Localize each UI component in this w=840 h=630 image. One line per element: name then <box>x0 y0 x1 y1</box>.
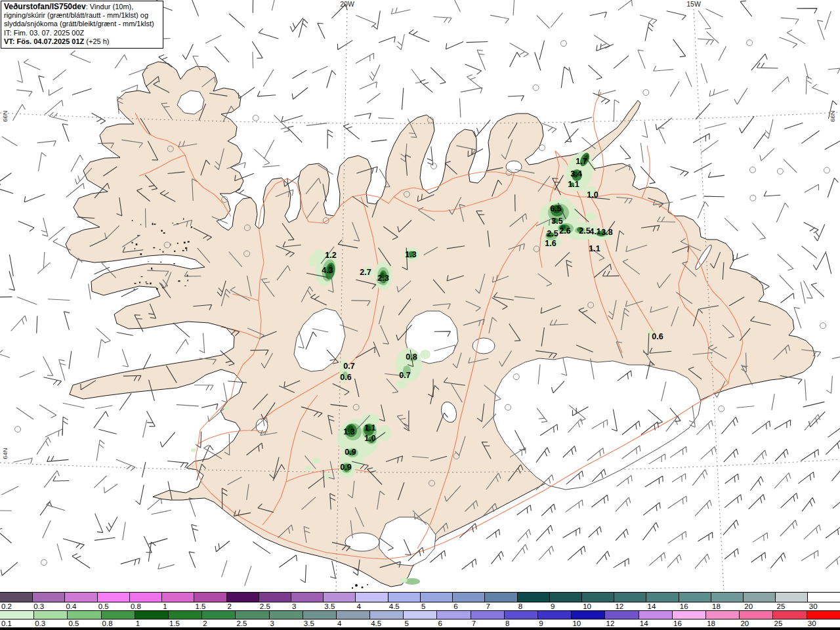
colorbar-segment <box>336 611 369 619</box>
meridian-label: 20W <box>340 0 354 8</box>
colorbar-segment <box>369 611 403 619</box>
colorbar-segment <box>504 611 537 619</box>
small-island <box>188 241 190 242</box>
colorbar-segment <box>168 611 201 619</box>
precip-amount-label: 0.9 <box>340 463 351 472</box>
small-island <box>153 247 155 249</box>
small-island <box>160 262 161 263</box>
small-island <box>154 224 156 225</box>
colorbar-tick-label: 30 <box>808 620 816 627</box>
colorbar-rain-labels: 0.10.30.50.811.522.533.544.5567891012141… <box>0 620 840 627</box>
small-island <box>184 285 186 286</box>
colorbar-segment <box>517 593 549 602</box>
colorbar-segment <box>101 611 135 619</box>
small-island <box>163 232 165 234</box>
precip-amount-label: 3.8 <box>601 228 612 237</box>
colorbar-segment <box>235 611 268 619</box>
precip-amount-label: 2.5 <box>547 229 558 238</box>
colorbar-tick-label: 25 <box>777 602 786 610</box>
precip-amount-label: 1.2 <box>325 251 336 260</box>
vestmannaeyjar-island <box>352 587 353 589</box>
small-island <box>178 280 180 282</box>
small-island <box>145 282 147 282</box>
colorbar-tick-label: 0.5 <box>68 620 79 627</box>
wind-barb <box>146 209 146 228</box>
colorbar-sleet-snow <box>0 592 840 602</box>
colorbar-tick-label: 2.5 <box>260 602 270 610</box>
precip-patch <box>308 256 316 266</box>
colorbar-segment <box>711 593 743 602</box>
colorbar-segment <box>0 593 32 602</box>
colorbar-segment <box>807 593 839 602</box>
colorbar-tick-label: 2.5 <box>236 620 247 627</box>
colorbar-segment <box>269 611 303 619</box>
colorbar-segment <box>604 611 638 619</box>
colorbar-tick-label: 6 <box>453 602 457 610</box>
colorbar-tick-label: 4.5 <box>389 602 400 610</box>
colorbar-segment <box>33 611 67 619</box>
legend-line-2: rigning/skúrir (grænt/blátt/rautt - mm/1… <box>4 11 160 20</box>
small-island <box>140 253 142 255</box>
colorbar-tick-label: 0.8 <box>102 620 113 627</box>
colorbar-segment <box>775 593 807 602</box>
colorbar-tick-label: 4 <box>337 620 341 627</box>
precip-amount-label: 1.7 <box>576 157 587 166</box>
precip-patch <box>305 466 312 471</box>
precip-amount-label: 2.6 <box>559 226 570 236</box>
colorbar-segment <box>388 593 420 602</box>
colorbar-segment <box>355 593 387 602</box>
parallel-label: 66N <box>1 110 9 122</box>
colorbar-tick-label: 1 <box>163 602 167 610</box>
colorbar-tick-label: 0.2 <box>1 602 12 610</box>
precip-amount-label: 3.4 <box>570 169 581 178</box>
colorbar-tick-label: 20 <box>740 620 749 627</box>
precip-patch <box>400 578 408 583</box>
glacier-eyjafjallajokull <box>345 533 379 551</box>
colorbar-tick-label: 0.5 <box>98 602 109 610</box>
precip-amount-label: 0.6 <box>340 373 351 382</box>
precip-patch <box>396 381 407 388</box>
small-island <box>139 282 140 283</box>
colorbar-tick-label: 5 <box>404 620 408 627</box>
precip-amount-label: 4.3 <box>322 266 333 275</box>
colorbar-segment <box>484 593 516 602</box>
parallel-label: 64N <box>1 448 9 459</box>
colorbar-segment <box>452 593 484 602</box>
legend-line-4: IT: Fim. 03. 07. 2025 00Z <box>4 29 160 37</box>
colorbar-tick-label: 1.5 <box>169 620 180 627</box>
colorbar-tick-label: 3 <box>270 620 274 627</box>
vestmannaeyjar-island <box>362 587 364 589</box>
colorbar-rain <box>0 610 840 620</box>
small-island <box>163 251 164 253</box>
precip-amount-label: 1.0 <box>587 190 598 200</box>
colorbar-tick-label: 3.5 <box>324 602 335 610</box>
parallel-label: 66N <box>829 110 836 122</box>
precip-amount-label: 6.5 <box>550 204 561 213</box>
colorbar-segment <box>226 593 259 602</box>
small-island <box>167 285 167 287</box>
colorbar-tick-label: 12 <box>615 602 623 610</box>
colorbar-tick-label: 18 <box>707 620 715 627</box>
precip-amount-label: 0.6 <box>652 332 663 341</box>
small-island <box>150 283 151 285</box>
colorbar-tick-label: 3 <box>292 602 296 610</box>
colorbar-tick-label: 10 <box>572 620 581 627</box>
small-island <box>147 284 148 284</box>
colorbar-segment <box>32 593 64 602</box>
colorbar-tick-label: 18 <box>712 602 721 610</box>
precip-amount-label: 2.5 <box>579 226 590 236</box>
legend-line-1: Veðurstofan/IS750dev: Vindur (10m), <box>4 3 160 11</box>
precip-patch <box>585 213 596 220</box>
precip-patch <box>420 350 430 359</box>
colorbar-tick-label: 7 <box>472 620 476 627</box>
colorbar-segment <box>549 593 581 602</box>
colorbar-tick-label: 0.3 <box>35 620 45 627</box>
precip-amount-label: 0.9 <box>345 448 356 457</box>
colorbar-segment <box>259 593 291 602</box>
meridian-label: 15W <box>686 0 701 8</box>
colorbar-tick-label: 0.8 <box>131 602 141 610</box>
colorbar-segment <box>323 593 355 602</box>
lake-myvatn <box>506 161 522 173</box>
colorbar-tick-label: 8 <box>505 620 509 627</box>
colorbar-tick-label: 5 <box>421 602 425 610</box>
